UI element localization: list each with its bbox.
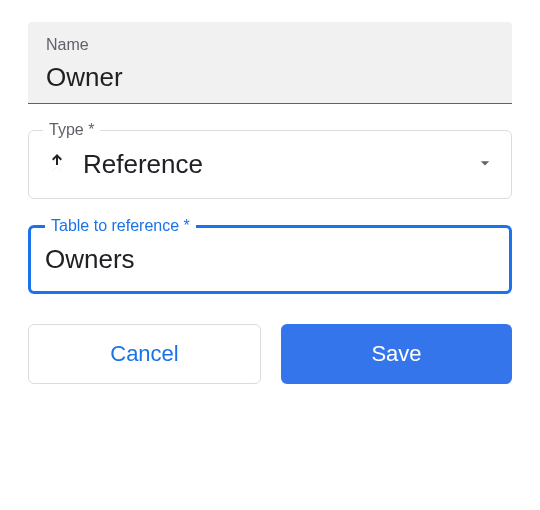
dialog-actions: Cancel Save [28,324,512,384]
name-field[interactable]: Name [28,22,512,104]
save-button[interactable]: Save [281,324,512,384]
reference-merge-icon [45,151,69,179]
type-select-content: Reference [45,149,495,180]
table-reference-field[interactable]: Table to reference * [28,225,512,294]
table-reference-label: Table to reference * [45,217,196,235]
type-field[interactable]: Type * Reference [28,130,512,199]
name-input[interactable] [46,62,494,93]
column-form-dialog: Name Type * Reference Table to reference… [28,22,512,384]
table-reference-input[interactable] [45,244,495,275]
chevron-down-icon [475,153,495,177]
cancel-button[interactable]: Cancel [28,324,261,384]
type-value: Reference [83,149,203,180]
type-label: Type * [43,121,100,139]
type-left-group: Reference [45,149,203,180]
name-label: Name [46,36,494,54]
